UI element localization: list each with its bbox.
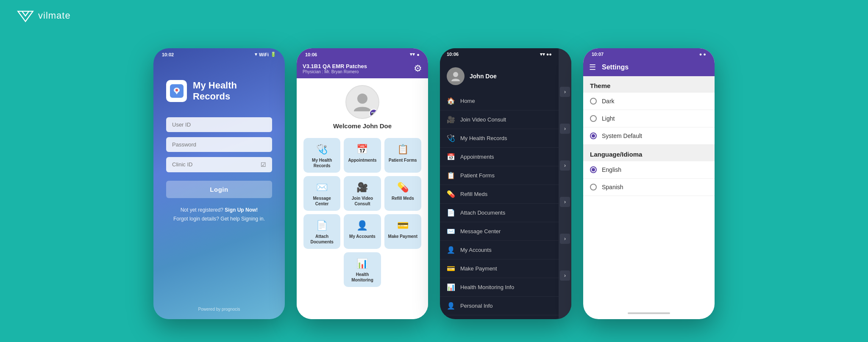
attach-docs-icon: 📄 <box>447 209 455 217</box>
status-time-4: 10:07 <box>592 52 604 57</box>
arrow-btn-4[interactable]: › <box>560 197 570 207</box>
brand-logo: vilmate <box>17 8 71 23</box>
sidebar-item-home[interactable]: 🏠 Home <box>440 92 559 110</box>
svg-point-3 <box>453 72 458 77</box>
health-icon: 🩺 <box>447 134 455 142</box>
sidebar-header: John Doe <box>440 59 559 92</box>
sidebar-item-appointments[interactable]: 📅 Appointments <box>440 148 559 166</box>
language-english-option[interactable]: English <box>583 161 715 179</box>
sidebar-username: John Doe <box>470 73 497 80</box>
menu-item-appointments[interactable]: 📅 Appointments <box>344 138 381 173</box>
sidebar-item-health-records[interactable]: 🩺 My Health Records <box>440 129 559 148</box>
dashboard-header: V3.1B1 QA EMR Patches Physician : Mr. Br… <box>297 59 428 78</box>
sidebar-item-my-accounts[interactable]: 👤 My Accounts <box>440 241 559 259</box>
settings-title: Settings <box>602 63 629 71</box>
radio-inner-english <box>592 168 595 171</box>
clinic-id-input[interactable] <box>172 161 261 168</box>
arrow-btn-6[interactable]: › <box>560 270 570 281</box>
login-form: ☑ Login <box>166 117 272 198</box>
theme-system-radio[interactable] <box>590 132 597 139</box>
sidebar-item-make-payment[interactable]: 💳 Make Payment <box>440 259 559 278</box>
attach-icon: 📄 <box>316 220 328 231</box>
appointments-icon: 📅 <box>356 144 368 155</box>
theme-light-option[interactable]: Light <box>583 110 715 127</box>
health-records-icon: 🩺 <box>316 144 328 155</box>
patient-forms-icon: 📋 <box>397 144 409 155</box>
sidebar-item-logout[interactable]: 🚪 Logout <box>440 315 559 319</box>
sidebar-item-video-consult[interactable]: 🎥 Join Video Consult <box>440 110 559 129</box>
phone-sidebar: 10:06 ▾▾ ●● John Doe 🏠 Home <box>440 48 571 319</box>
app-name: V3.1B1 QA EMR Patches <box>303 63 414 69</box>
theme-system-label: System Default <box>602 132 642 139</box>
monitoring-icon: 📊 <box>356 258 368 269</box>
accounts-icon: 👤 <box>356 220 368 231</box>
status-bar-2: 10:06 ▾▾ ● <box>297 48 428 59</box>
login-button[interactable]: Login <box>166 181 272 198</box>
arrow-btn-5[interactable]: › <box>560 234 570 244</box>
sidebar-item-attach-docs[interactable]: 📄 Attach Documents <box>440 204 559 222</box>
dashboard-body: 📷 Welcome John Doe 🩺 My Health Records 📅… <box>297 78 428 319</box>
login-footer: Not yet registered? Sign Up Now! Forgot … <box>173 206 265 224</box>
arrow-btn-3[interactable]: › <box>560 160 570 171</box>
sidebar-item-message-center[interactable]: ✉️ Message Center <box>440 222 559 241</box>
menu-item-message-center[interactable]: ✉️ Message Center <box>303 176 340 211</box>
theme-section-header: Theme <box>583 76 715 93</box>
sidebar-arrows: › › › › › › <box>559 48 571 319</box>
forms-icon: 📋 <box>447 171 455 179</box>
sidebar-item-personal-info[interactable]: 👤 Personal Info <box>440 297 559 315</box>
password-input[interactable] <box>172 141 266 148</box>
account-icon[interactable]: ⚙ <box>414 63 422 74</box>
video-consult-icon: 🎥 <box>447 116 455 124</box>
arrow-btn-1[interactable]: › <box>560 87 570 97</box>
sidebar-item-refill-meds[interactable]: 💊 Refill Meds <box>440 185 559 204</box>
login-content: My Health Records ☑ Login <box>153 59 285 232</box>
svg-point-2 <box>357 94 367 104</box>
personal-icon: 👤 <box>447 302 455 310</box>
powered-by: Powered by prognocis <box>153 307 285 312</box>
language-spanish-option[interactable]: Spanish <box>583 179 715 196</box>
theme-light-radio[interactable] <box>590 115 597 122</box>
clinic-id-field[interactable]: ☑ <box>166 157 272 172</box>
wifi-icon: WiFi <box>259 52 269 57</box>
user-id-input[interactable] <box>172 121 266 128</box>
menu-item-video-consult[interactable]: 🎥 Join Video Consult <box>344 176 381 211</box>
hamburger-icon[interactable]: ☰ <box>589 63 596 72</box>
app-logo-icon <box>166 80 187 102</box>
menu-item-payment[interactable]: 💳 Make Payment <box>384 214 421 249</box>
theme-dark-radio[interactable] <box>590 98 597 105</box>
menu-item-patient-forms[interactable]: 📋 Patient Forms <box>384 138 421 173</box>
status-time-2: 10:06 <box>305 52 317 57</box>
settings-body: Theme Dark Light System Default Language… <box>583 76 715 196</box>
theme-system-option[interactable]: System Default <box>583 127 715 145</box>
user-id-field[interactable] <box>166 117 272 132</box>
password-field[interactable] <box>166 137 272 152</box>
menu-item-refill-meds[interactable]: 💊 Refill Meds <box>384 176 421 211</box>
theme-light-label: Light <box>602 115 615 122</box>
phone-login: 10:02 ▾ WiFi 🔋 My Health Records <box>153 48 285 319</box>
meds-icon: 💊 <box>397 182 409 193</box>
svg-point-1 <box>175 89 178 91</box>
menu-item-accounts[interactable]: 👤 My Accounts <box>344 214 381 249</box>
user-avatar[interactable]: 📷 <box>345 85 379 119</box>
battery-icon-2: ● <box>417 52 420 57</box>
appt-icon: 📅 <box>447 153 455 161</box>
video-icon: 🎥 <box>356 182 368 193</box>
camera-badge[interactable]: 📷 <box>369 109 378 118</box>
msg-icon: ✉️ <box>447 227 455 235</box>
sidebar-item-health-monitoring[interactable]: 📊 Health Monitoring Info <box>440 278 559 297</box>
signup-link[interactable]: Sign Up Now! <box>225 207 258 213</box>
app-logo-block: My Health Records <box>166 80 272 102</box>
status-bar-3: 10:06 ▾▾ ●● <box>440 48 559 59</box>
checkbox-icon: ☑ <box>261 161 266 168</box>
theme-dark-option[interactable]: Dark <box>583 93 715 110</box>
menu-item-health-records[interactable]: 🩺 My Health Records <box>303 138 340 173</box>
menu-item-monitoring[interactable]: 📊 Health Monitoring <box>344 252 381 287</box>
home-icon: 🏠 <box>447 97 455 105</box>
language-spanish-radio[interactable] <box>590 184 597 190</box>
forgot-text[interactable]: Forgot login details? Get help Signing i… <box>173 215 265 224</box>
sidebar-item-patient-forms[interactable]: 📋 Patient Forms <box>440 166 559 185</box>
status-bar-4: 10:07 ● ● <box>583 48 715 58</box>
language-english-radio[interactable] <box>590 166 597 173</box>
menu-item-attach-docs[interactable]: 📄 Attach Documents <box>303 214 340 249</box>
arrow-btn-2[interactable]: › <box>560 124 570 134</box>
